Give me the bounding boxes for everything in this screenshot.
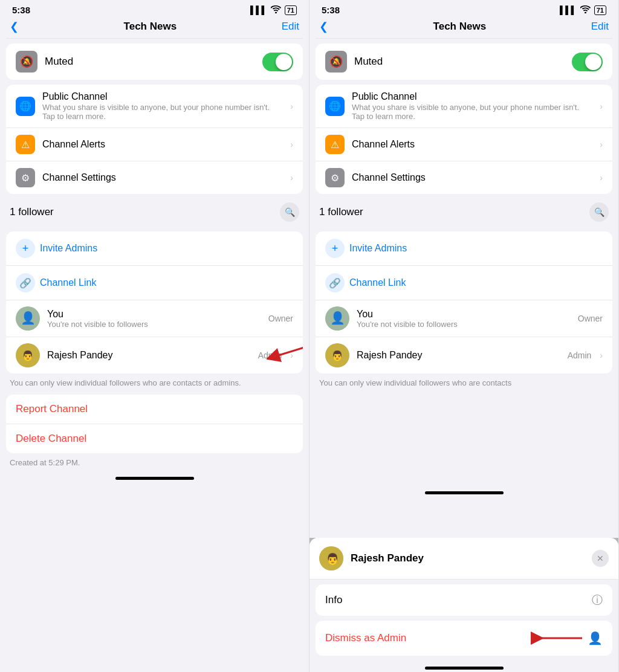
right-panel: 5:38 ▌▌▌ 71 ❮ Tech News Edit 🔕 Muted — [310, 0, 619, 672]
you-role-right: Owner — [578, 314, 603, 323]
toggle-knob-right — [585, 54, 601, 70]
channel-alerts-left[interactable]: ⚠ Channel Alerts › — [6, 128, 303, 161]
followers-header-right: 1 follower 🔍 — [310, 194, 618, 227]
chevron-settings-right: › — [600, 173, 603, 183]
chevron-public-right: › — [600, 102, 603, 111]
channel-settings-icon-left: ⚙ — [16, 168, 35, 187]
edit-button-right[interactable]: Edit — [591, 21, 609, 33]
sep1 — [6, 38, 303, 39]
muted-row-left: 🔕 Muted — [6, 44, 303, 80]
channel-items-left: 🌐 Public Channel What you share is visib… — [6, 85, 303, 194]
status-bar-left: 5:38 ▌▌▌ 71 — [0, 0, 309, 18]
channel-settings-left[interactable]: ⚙ Channel Settings › — [6, 161, 303, 194]
dismiss-arrow-right — [531, 629, 585, 647]
rajesh-name-left: Rajesh Pandey — [47, 350, 251, 361]
svg-text:👤: 👤 — [330, 311, 345, 325]
you-avatar-right: 👤 — [325, 306, 349, 331]
home-indicator-right — [310, 486, 618, 497]
wifi-icon-right — [580, 5, 591, 15]
rajesh-role-left: Admin — [258, 351, 282, 360]
home-bar-right — [425, 491, 504, 494]
followers-count-right: 1 follower — [319, 206, 363, 218]
svg-text:👤: 👤 — [21, 311, 36, 325]
chevron-alerts-left: › — [290, 140, 293, 149]
status-bar-right: 5:38 ▌▌▌ 71 — [310, 0, 618, 18]
link-icon-left: 🔗 — [16, 273, 35, 292]
battery-icon-left: 71 — [285, 5, 297, 15]
public-channel-left[interactable]: 🌐 Public Channel What you share is visib… — [6, 85, 303, 128]
home-indicator-popup-right — [310, 662, 618, 672]
muted-icon-left: 🔕 — [16, 51, 37, 73]
followers-list-right: + Invite Admins 🔗 Channel Link 👤 You You… — [316, 231, 612, 373]
time-left: 5:38 — [12, 5, 30, 15]
popup-header-right: 👨 Rajesh Pandey ✕ — [310, 538, 618, 580]
popup-close-button-right[interactable]: ✕ — [592, 550, 609, 567]
you-row-left[interactable]: 👤 You You're not visible to followers Ow… — [6, 300, 303, 337]
chevron-public-left: › — [290, 102, 293, 111]
rajesh-row-left[interactable]: 👨 Rajesh Pandey Admin › — [6, 337, 303, 373]
back-button-left[interactable]: ❮ — [10, 20, 19, 33]
channel-alerts-text-right: Channel Alerts — [352, 139, 592, 150]
svg-text:👨: 👨 — [326, 552, 340, 566]
popup-info-row-right[interactable]: Info ⓘ — [316, 584, 612, 616]
you-sub-left: You're not visible to followers — [47, 320, 261, 329]
invite-admins-row-right[interactable]: + Invite Admins — [316, 231, 612, 265]
rajesh-info-left: Rajesh Pandey — [47, 350, 251, 361]
muted-toggle-right[interactable] — [572, 53, 603, 71]
signal-icon-left: ▌▌▌ — [250, 5, 267, 15]
home-indicator-left — [0, 472, 309, 482]
back-button-right[interactable]: ❮ — [319, 20, 328, 33]
public-channel-label-right: Public Channel — [352, 91, 592, 102]
muted-label-left: Muted — [45, 56, 255, 68]
public-channel-right[interactable]: 🌐 Public Channel What you share is visib… — [316, 85, 612, 128]
channel-settings-icon-right: ⚙ — [325, 168, 345, 187]
you-role-left: Owner — [268, 314, 293, 323]
you-sub-right: You're not visible to followers — [357, 320, 571, 329]
edit-button-left[interactable]: Edit — [282, 21, 299, 33]
scroll-left: 🔕 Muted 🌐 Public Channel What you share … — [0, 38, 309, 672]
channel-alerts-right[interactable]: ⚠ Channel Alerts › — [316, 128, 612, 161]
rajesh-avatar-right: 👨 — [325, 343, 349, 367]
popup-name-right: Rajesh Pandey — [351, 552, 424, 564]
search-button-left[interactable]: 🔍 — [280, 202, 299, 222]
footer-note-right: You can only view individual followers w… — [310, 373, 618, 390]
channel-link-label-right: Channel Link — [349, 277, 406, 288]
muted-row-right: 🔕 Muted — [316, 44, 612, 80]
rajesh-info-right: Rajesh Pandey — [357, 350, 560, 361]
public-channel-icon-left: 🌐 — [16, 97, 35, 116]
rajesh-row-right[interactable]: 👨 Rajesh Pandey Admin › — [316, 337, 612, 373]
invite-admins-label-right: Invite Admins — [349, 243, 407, 254]
popup-dismiss-section-right: Dismiss as Admin 👤 — [316, 621, 612, 656]
chevron-rajesh-right: › — [600, 351, 603, 360]
muted-toggle-left[interactable] — [262, 53, 293, 71]
you-info-left: You You're not visible to followers — [47, 309, 261, 329]
popup-info-label-right: Info — [325, 594, 592, 606]
time-right: 5:38 — [322, 5, 340, 15]
chevron-settings-left: › — [290, 173, 293, 183]
you-row-right[interactable]: 👤 You You're not visible to followers Ow… — [316, 300, 612, 337]
nav-bar-right: ❮ Tech News Edit — [310, 18, 618, 38]
channel-alerts-text-left: Channel Alerts — [42, 139, 283, 150]
public-channel-icon-right: 🌐 — [325, 97, 345, 116]
channel-link-row-left[interactable]: 🔗 Channel Link — [6, 265, 303, 300]
svg-text:👨: 👨 — [331, 350, 343, 361]
invite-admins-row-left[interactable]: + Invite Admins — [6, 231, 303, 265]
toggle-knob-left — [276, 54, 292, 70]
channel-link-row-right[interactable]: 🔗 Channel Link — [316, 265, 612, 300]
channel-settings-right[interactable]: ⚙ Channel Settings › — [316, 161, 612, 194]
nav-bar-left: ❮ Tech News Edit — [0, 18, 309, 38]
plus-icon-right: + — [325, 239, 345, 258]
popup-avatar-right: 👨 — [319, 546, 343, 570]
dismiss-person-icon-right: 👤 — [588, 631, 603, 645]
public-channel-sub-left: What you share is visible to anyone, but… — [42, 103, 283, 121]
invite-admins-label-left: Invite Admins — [40, 243, 97, 254]
public-channel-sub-right: What you share is visible to anyone, but… — [352, 103, 592, 121]
sep2 — [316, 38, 612, 39]
muted-section-right: 🔕 Muted — [316, 44, 612, 80]
popup-dismiss-row-right[interactable]: Dismiss as Admin 👤 — [316, 621, 612, 656]
report-channel-left[interactable]: Report Channel — [6, 395, 303, 424]
delete-channel-left[interactable]: Delete Channel — [6, 424, 303, 453]
search-button-right[interactable]: 🔍 — [589, 202, 609, 222]
you-info-right: You You're not visible to followers — [357, 309, 571, 329]
you-name-right: You — [357, 309, 571, 320]
